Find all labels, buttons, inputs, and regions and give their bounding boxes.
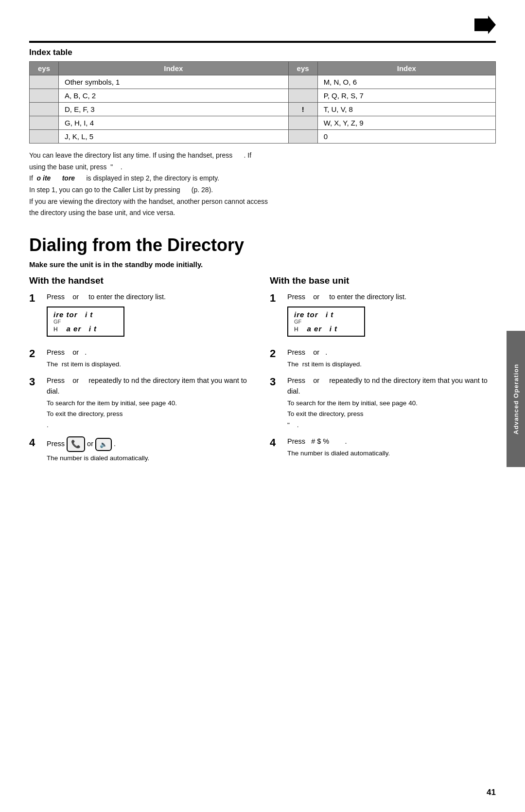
lcd-display: ire tor i t GF H a er i t <box>287 307 365 337</box>
top-bar <box>29 15 496 37</box>
handset-step-3: 3 Press or repeatedly to nd the director… <box>29 376 255 430</box>
step-text: Press 📞 or 🔈 . <box>47 436 255 452</box>
step-content: Press or to enter the directory list. ir… <box>47 292 255 341</box>
lcd-gf-text: GF <box>53 319 118 325</box>
table-row: D, E, F, 3 ! T, U, V, 8 <box>30 103 496 116</box>
step-text: Press or . <box>47 347 255 358</box>
step-number: 4 <box>29 436 43 449</box>
step-content: Press or repeatedly to nd the directory … <box>287 376 496 430</box>
step-subnote: The number is dialed automatically. <box>287 449 496 458</box>
index-cell: 0 <box>317 130 495 144</box>
page-container: Index table eys Index eys Index Other sy… <box>0 0 525 812</box>
step-subnote-3: . <box>47 420 255 430</box>
step-subnote-1: To search for the item by initial, see p… <box>287 398 496 408</box>
speakerphone-button-icon[interactable]: 🔈 <box>95 438 112 451</box>
index-table-section: Index table eys Index eys Index Other sy… <box>29 48 496 144</box>
step-text: Press # $ % . <box>287 436 496 447</box>
base-step-2: 2 Press or . The rst item is displayed. <box>270 347 496 369</box>
lcd-top-text: ire tor i t <box>53 310 118 319</box>
eys-cell <box>30 75 59 89</box>
step-text: Press or . <box>287 347 496 358</box>
step-number: 1 <box>29 292 43 305</box>
italic-text: o ite tore <box>37 174 75 182</box>
step-content: Press or . The rst item is displayed. <box>47 347 255 369</box>
lcd-h-label: H <box>294 326 298 333</box>
step-text: Press or to enter the directory list. <box>287 292 496 303</box>
step-subnote: The rst item is displayed. <box>47 360 255 369</box>
note-line-5: If you are viewing the directory with th… <box>29 197 496 207</box>
eys-cell <box>288 116 317 130</box>
index-cell: T, U, V, 8 <box>317 103 495 116</box>
step-subnote-1: To search for the item by initial, see p… <box>47 398 255 408</box>
lcd-gf-text: GF <box>294 319 358 325</box>
lcd-bottom-text: a er i t <box>307 325 338 333</box>
index-cell: Other symbols, 1 <box>59 75 289 89</box>
step-content: Press 📞 or 🔈 . The number is dialed auto… <box>47 436 255 463</box>
col-header-index2: Index <box>317 62 495 75</box>
step-number: 3 <box>29 376 43 388</box>
phone-button-icon[interactable]: 📞 <box>67 436 85 452</box>
step-subnote: The rst item is displayed. <box>287 360 496 369</box>
eys-cell <box>288 75 317 89</box>
note-line-2: using the base unit, press " . <box>29 162 496 173</box>
step-text: Press or repeatedly to nd the directory … <box>47 376 255 397</box>
base-unit-heading: With the base unit <box>270 275 496 286</box>
index-table: eys Index eys Index Other symbols, 1 M, … <box>29 61 496 144</box>
note-line-6: the directory using the base unit, and v… <box>29 208 496 218</box>
eys-cell <box>30 89 59 103</box>
eys-cell <box>288 89 317 103</box>
index-cell: W, X, Y, Z, 9 <box>317 116 495 130</box>
eys-cell <box>288 130 317 144</box>
page-number: 41 <box>487 788 496 797</box>
step-number: 2 <box>29 347 43 360</box>
base-step-4: 4 Press # $ % . The number is dialed aut… <box>270 436 496 458</box>
step-number: 1 <box>270 292 283 305</box>
base-step-3: 3 Press or repeatedly to nd the director… <box>270 376 496 430</box>
lcd-display: ire tor i t GF H a er i t <box>47 307 124 337</box>
table-row: J, K, L, 5 0 <box>30 130 496 144</box>
eys-cell <box>30 103 59 116</box>
step-subnote-2: To exit the directory, press <box>47 409 255 419</box>
step-subnote: The number is dialed automatically. <box>47 453 255 463</box>
handset-heading: With the handset <box>29 275 255 286</box>
table-row: Other symbols, 1 M, N, O, 6 <box>30 75 496 89</box>
index-cell: G, H, I, 4 <box>59 116 289 130</box>
two-col-layout: With the handset 1 Press or to enter the… <box>29 275 496 470</box>
handset-step-1: 1 Press or to enter the directory list. … <box>29 292 255 341</box>
step-content: Press or to enter the directory list. ir… <box>287 292 496 341</box>
col-header-eys1: eys <box>30 62 59 75</box>
step-content: Press or . The rst item is displayed. <box>287 347 496 369</box>
lcd-top-text: ire tor i t <box>294 310 358 319</box>
base-unit-col: With the base unit 1 Press or to enter t… <box>270 275 496 470</box>
lcd-bottom-text: a er i t <box>67 325 97 333</box>
col-header-index1: Index <box>59 62 289 75</box>
step-text: Press or to enter the directory list. <box>47 292 255 303</box>
index-table-title: Index table <box>29 48 496 57</box>
index-cell: P, Q, R, S, 7 <box>317 89 495 103</box>
step-number: 2 <box>270 347 283 360</box>
eys-cell <box>30 130 59 144</box>
handset-col: With the handset 1 Press or to enter the… <box>29 275 255 470</box>
step-number: 4 <box>270 436 283 449</box>
main-heading: Dialing from the Directory <box>29 235 496 255</box>
step-text: Press or repeatedly to nd the directory … <box>287 376 496 397</box>
index-cell: A, B, C, 2 <box>59 89 289 103</box>
note-line-4: In step 1, you can go to the Caller List… <box>29 185 496 196</box>
eys-cell: ! <box>288 103 317 116</box>
note-line-3: If o ite tore is displayed in step 2, th… <box>29 173 496 184</box>
index-cell: J, K, L, 5 <box>59 130 289 144</box>
note-line-1: You can leave the directory list any tim… <box>29 150 496 161</box>
index-cell: M, N, O, 6 <box>317 75 495 89</box>
standby-note: Make sure the unit is in the standby mod… <box>29 260 496 269</box>
handset-step-2: 2 Press or . The rst item is displayed. <box>29 347 255 369</box>
step-subnote-2: To exit the directory, press <box>287 409 496 419</box>
handset-step-4: 4 Press 📞 or 🔈 . The number is dialed au… <box>29 436 255 463</box>
eys-cell <box>30 116 59 130</box>
arrow-right-icon <box>470 15 496 35</box>
table-row: A, B, C, 2 P, Q, R, S, 7 <box>30 89 496 103</box>
index-cell: D, E, F, 3 <box>59 103 289 116</box>
sidebar-tab: Advanced Operation <box>507 331 525 467</box>
table-row: G, H, I, 4 W, X, Y, Z, 9 <box>30 116 496 130</box>
top-rule <box>29 41 496 43</box>
lcd-h-label: H <box>53 326 58 333</box>
